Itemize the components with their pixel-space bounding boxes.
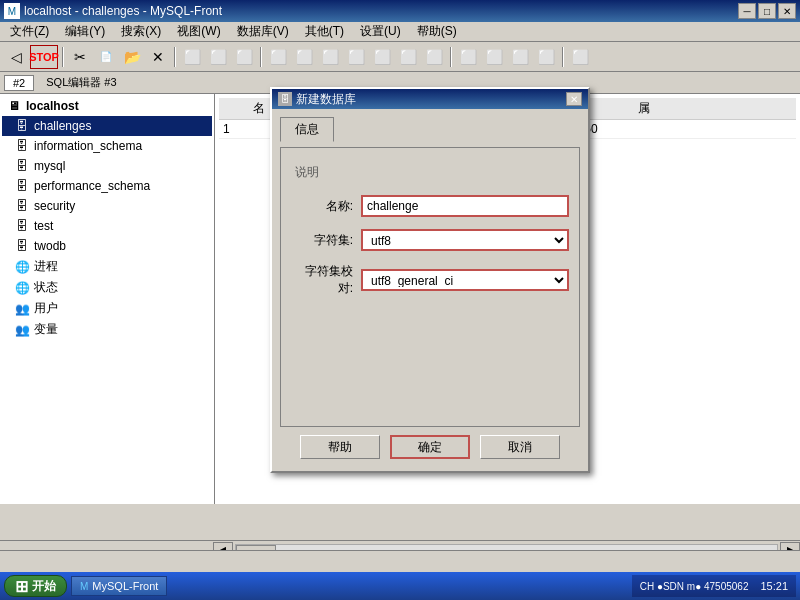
cancel-button[interactable]: 取消 bbox=[480, 435, 560, 459]
dialog-tabs: 信息 bbox=[280, 117, 580, 141]
dialog-title: 新建数据库 bbox=[296, 91, 566, 108]
dialog-overlay: 🗄 新建数据库 ✕ 信息 说明 名称: 字符集: bbox=[0, 0, 800, 600]
dialog-tab-info[interactable]: 信息 bbox=[280, 117, 334, 142]
ok-button[interactable]: 确定 bbox=[390, 435, 470, 459]
dialog-tab-content: 说明 名称: 字符集: utf8 latin1 utf8mb4 bbox=[280, 147, 580, 427]
name-label: 名称: bbox=[291, 198, 361, 215]
dialog-body: 信息 说明 名称: 字符集: utf8 latin1 utf8mb4 bbox=[272, 109, 588, 471]
form-row-charset: 字符集: utf8 latin1 utf8mb4 bbox=[291, 229, 569, 251]
dialog-description: 说明 bbox=[291, 160, 569, 185]
charset-label: 字符集: bbox=[291, 232, 361, 249]
dialog-icon: 🗄 bbox=[278, 92, 292, 106]
dialog-title-bar: 🗄 新建数据库 ✕ bbox=[272, 89, 588, 109]
form-row-collation: 字符集校对: utf8_general_ci utf8_unicode_ci u… bbox=[291, 263, 569, 297]
collation-select[interactable]: utf8_general_ci utf8_unicode_ci utf8_bin bbox=[361, 269, 569, 291]
help-button[interactable]: 帮助 bbox=[300, 435, 380, 459]
name-input[interactable] bbox=[361, 195, 569, 217]
collation-label: 字符集校对: bbox=[291, 263, 361, 297]
dialog-close-button[interactable]: ✕ bbox=[566, 92, 582, 106]
dialog-buttons: 帮助 确定 取消 bbox=[280, 427, 580, 463]
charset-select[interactable]: utf8 latin1 utf8mb4 bbox=[361, 229, 569, 251]
form-row-name: 名称: bbox=[291, 195, 569, 217]
new-database-dialog: 🗄 新建数据库 ✕ 信息 说明 名称: 字符集: bbox=[270, 87, 590, 473]
